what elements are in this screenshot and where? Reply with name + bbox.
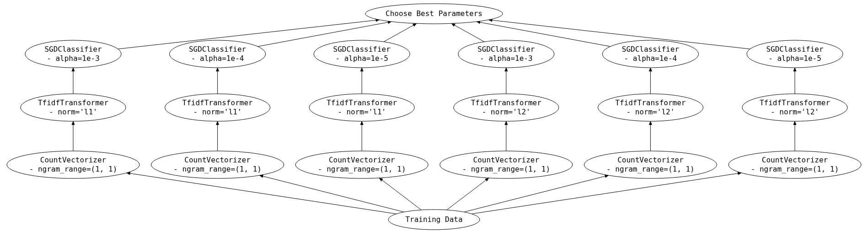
count-node-3-label-0: CountVectorizer (473, 156, 540, 164)
tfidf-node-1: TfidfTransformer- norm='l1' (165, 94, 270, 121)
sgd-node-4-label-0: SGDClassifier (622, 45, 680, 54)
tfidf-node-5: TfidfTransformer- norm='l2' (742, 94, 847, 121)
root-node-label-0: Choose Best Parameters (386, 9, 482, 18)
training-data-node: Training Data (388, 210, 480, 230)
sgd-node-2: SGDClassifier- alpha=1e-5 (314, 40, 410, 68)
sgd-node-5-label-1: - alpha=1e-5 (768, 54, 821, 63)
edge-train-count-2 (379, 178, 421, 210)
edge-train-count-3 (447, 178, 489, 210)
sgd-node-4: SGDClassifier- alpha=1e-4 (602, 40, 698, 68)
edge-sgd-root-2 (384, 23, 417, 42)
count-node-3: CountVectorizer- ngram_range=(1, 1) (440, 151, 573, 178)
count-node-1-label-1: - ngram_range=(1, 1) (173, 165, 262, 173)
tfidf-node-2: TfidfTransformer- norm='l1' (309, 94, 414, 121)
tfidf-node-3-label-1: - norm='l2' (482, 108, 530, 116)
sgd-node-3-label-0: SGDClassifier (477, 45, 535, 54)
tfidf-node-0-label-0: TfidfTransformer (38, 98, 108, 107)
tfidf-node-1-label-1: - norm='l1' (193, 108, 242, 116)
sgd-node-5-label-0: SGDClassifier (766, 45, 824, 54)
sgd-node-1-label-1: - alpha=1e-4 (191, 54, 244, 63)
edge-train-count-4 (464, 175, 609, 212)
sgd-node-5: SGDClassifier- alpha=1e-5 (747, 40, 843, 68)
edge-train-count-5 (472, 173, 741, 214)
edge-train-count-0 (127, 173, 396, 214)
tfidf-node-4-label-0: TfidfTransformer (615, 98, 686, 107)
sgd-node-3-label-1: - alpha=1e-3 (480, 54, 533, 63)
count-node-4: CountVectorizer- ngram_range=(1, 1) (584, 151, 717, 178)
pipeline-graph: Choose Best ParametersTraining DataSGDCl… (0, 0, 868, 237)
count-node-0-label-0: CountVectorizer (40, 156, 107, 164)
count-node-2-label-0: CountVectorizer (329, 156, 395, 164)
tfidf-node-0: TfidfTransformer- norm='l1' (21, 94, 126, 121)
edge-sgd-root-3 (451, 23, 484, 42)
sgd-node-4-label-1: - alpha=1e-4 (624, 54, 677, 63)
root-node: Choose Best Parameters (365, 4, 503, 24)
tfidf-node-5-label-1: - norm='l2' (771, 108, 819, 116)
sgd-node-1-label-0: SGDClassifier (189, 45, 246, 54)
count-node-4-label-0: CountVectorizer (617, 156, 684, 164)
count-node-0-label-1: - ngram_range=(1, 1) (29, 165, 118, 173)
tfidf-node-1-label-0: TfidfTransformer (182, 98, 253, 107)
count-node-1-label-0: CountVectorizer (184, 156, 251, 164)
sgd-node-0: SGDClassifier- alpha=1e-3 (25, 40, 121, 68)
sgd-node-2-label-1: - alpha=1e-5 (335, 54, 388, 63)
sgd-node-3: SGDClassifier- alpha=1e-3 (458, 40, 554, 68)
count-node-5-label-1: - ngram_range=(1, 1) (751, 165, 839, 173)
sgd-node-1: SGDClassifier- alpha=1e-4 (170, 40, 266, 68)
tfidf-node-0-label-1: - norm='l1' (49, 108, 97, 116)
count-node-5: CountVectorizer- ngram_range=(1, 1) (729, 151, 861, 178)
count-node-3-label-1: - ngram_range=(1, 1) (462, 165, 550, 173)
count-node-5-label-0: CountVectorizer (762, 156, 828, 164)
count-node-4-label-1: - ngram_range=(1, 1) (606, 165, 695, 173)
sgd-node-0-label-0: SGDClassifier (44, 45, 102, 54)
tfidf-node-5-label-0: TfidfTransformer (760, 98, 830, 107)
tfidf-node-3: TfidfTransformer- norm='l2' (454, 94, 559, 121)
count-node-2: CountVectorizer- ngram_range=(1, 1) (295, 151, 428, 178)
training-data-node-label-0: Training Data (405, 215, 462, 224)
count-node-1: CountVectorizer- ngram_range=(1, 1) (151, 151, 284, 178)
tfidf-node-2-label-1: - norm='l1' (338, 108, 386, 116)
sgd-node-0-label-1: - alpha=1e-3 (47, 54, 100, 63)
count-node-0: CountVectorizer- ngram_range=(1, 1) (7, 151, 139, 178)
edge-train-count-1 (259, 175, 404, 212)
tfidf-node-4-label-1: - norm='l2' (626, 108, 675, 116)
tfidf-node-2-label-0: TfidfTransformer (327, 98, 397, 107)
tfidf-node-3-label-0: TfidfTransformer (471, 98, 541, 107)
tfidf-node-4: TfidfTransformer- norm='l2' (598, 94, 703, 121)
count-node-2-label-1: - ngram_range=(1, 1) (318, 165, 406, 173)
sgd-node-2-label-0: SGDClassifier (333, 45, 391, 54)
